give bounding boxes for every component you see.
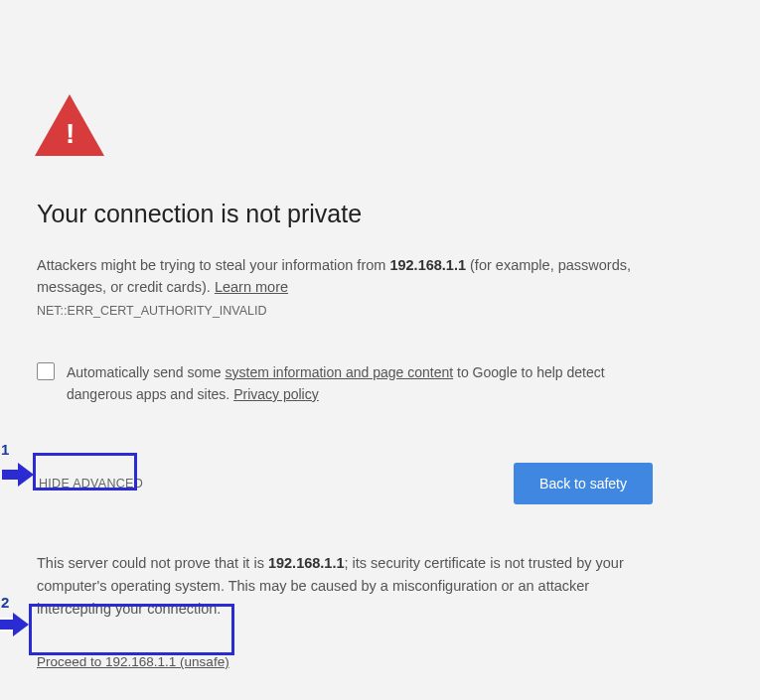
adv-host: 192.168.1.1 (268, 555, 345, 571)
body-prefix: Attackers might be trying to steal your … (37, 257, 389, 273)
warning-triangle-icon: ! (35, 94, 104, 156)
error-code: NET::ERR_CERT_AUTHORITY_INVALID (37, 304, 653, 318)
body-host: 192.168.1.1 (389, 257, 466, 273)
annotation-arrow-2-icon (0, 613, 30, 636)
optin-prefix: Automatically send some (67, 364, 226, 380)
ssl-warning-page: ! Your connection is not private Attacke… (37, 94, 653, 670)
learn-more-link[interactable]: Learn more (215, 279, 288, 295)
reporting-optin-text: Automatically send some system informati… (67, 361, 653, 405)
system-info-link[interactable]: system information and page content (226, 364, 454, 380)
button-row: HIDE ADVANCED Back to safety (37, 463, 653, 504)
annotation-step-1-label: 1 (1, 441, 9, 458)
page-title: Your connection is not private (37, 200, 653, 228)
advanced-explanation-text: This server could not prove that it is 1… (37, 552, 653, 621)
reporting-checkbox[interactable] (37, 362, 55, 380)
reporting-optin-row: Automatically send some system informati… (37, 361, 653, 405)
privacy-policy-link[interactable]: Privacy policy (233, 386, 319, 402)
annotation-arrow-1-icon (2, 463, 35, 487)
proceed-unsafe-link[interactable]: Proceed to 192.168.1.1 (unsafe) (37, 654, 229, 669)
hide-advanced-button[interactable]: HIDE ADVANCED (37, 467, 145, 500)
adv-prefix: This server could not prove that it is (37, 555, 268, 571)
back-to-safety-button[interactable]: Back to safety (514, 463, 653, 504)
annotation-step-2-label: 2 (1, 594, 9, 611)
exclamation-mark: ! (66, 120, 74, 148)
warning-body-text: Attackers might be trying to steal your … (37, 254, 653, 298)
